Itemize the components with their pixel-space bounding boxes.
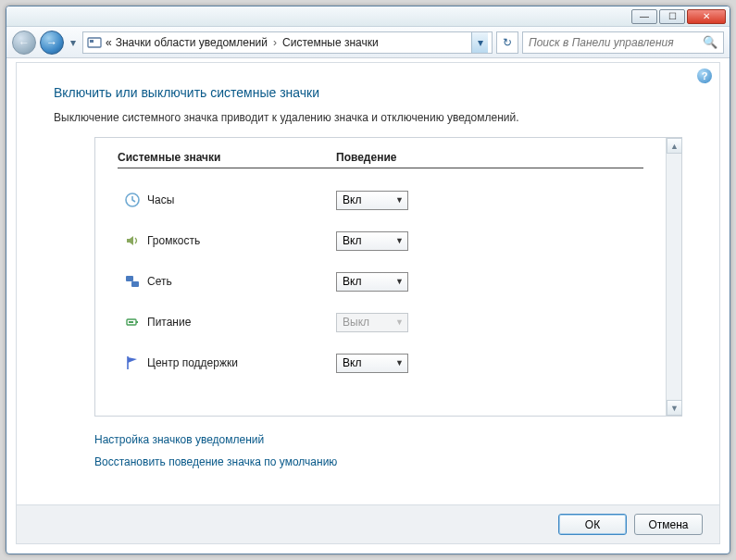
row-network: Сеть Вкл ▼ [118, 261, 643, 302]
row-power: Питание Выкл ▼ [118, 302, 643, 342]
row-power-label: Питание [147, 316, 336, 329]
svg-rect-4 [131, 281, 139, 287]
chevron-down-icon: ▼ [395, 317, 404, 327]
page-title: Включить или выключить системные значки [54, 85, 719, 100]
cancel-button[interactable]: Отмена [634, 514, 703, 535]
titlebar: — ☐ ✕ [6, 6, 730, 27]
back-button[interactable]: ← [12, 31, 36, 55]
help-icon[interactable]: ? [697, 68, 712, 83]
header-system-icons: Системные значки [118, 151, 336, 164]
address-bar[interactable]: « Значки области уведомлений › Системные… [82, 31, 493, 54]
svg-rect-6 [136, 321, 138, 323]
row-power-select: Выкл ▼ [336, 313, 408, 332]
row-clock-value: Вкл [343, 193, 361, 206]
breadcrumb-2[interactable]: Системные значки [282, 36, 379, 49]
search-box[interactable]: 🔍 [522, 31, 724, 54]
breadcrumb-1[interactable]: Значки области уведомлений [116, 36, 268, 49]
row-volume-select[interactable]: Вкл ▼ [336, 231, 408, 251]
content-area: ? Включить или выключить системные значк… [16, 62, 720, 544]
link-customize-icons[interactable]: Настройка значков уведомлений [94, 433, 719, 446]
row-action-value: Вкл [343, 356, 361, 369]
row-volume-value: Вкл [343, 234, 361, 247]
power-icon [118, 314, 147, 330]
clock-icon [118, 192, 147, 208]
row-action-label: Центр поддержки [147, 356, 336, 369]
close-button[interactable]: ✕ [687, 9, 726, 24]
row-network-label: Сеть [147, 275, 336, 288]
nav-bar: ← → ▾ « Значки области уведомлений › Сис… [6, 27, 730, 58]
row-action-center: Центр поддержки Вкл ▼ [118, 342, 643, 383]
scrollbar[interactable]: ▲ ▼ [666, 138, 681, 416]
minimize-button[interactable]: — [631, 9, 657, 24]
panel-inner: Системные значки Поведение Часы Вкл ▼ [95, 138, 666, 416]
control-panel-icon [87, 35, 102, 50]
breadcrumb-prefix: « [106, 36, 112, 49]
ok-button[interactable]: ОК [558, 514, 627, 535]
network-icon [118, 273, 147, 290]
svg-rect-7 [129, 321, 133, 323]
breadcrumb-sep-1: › [271, 36, 279, 49]
window: — ☐ ✕ ← → ▾ « Значки области уведомлений… [6, 6, 730, 554]
svg-rect-3 [126, 276, 133, 281]
row-power-value: Выкл [343, 316, 369, 329]
chevron-down-icon: ▼ [395, 236, 404, 245]
scroll-up-button[interactable]: ▲ [667, 138, 682, 154]
settings-panel: Системные значки Поведение Часы Вкл ▼ [94, 137, 682, 417]
scroll-down-button[interactable]: ▼ [667, 400, 682, 416]
flag-icon [118, 355, 147, 371]
row-network-value: Вкл [343, 275, 361, 288]
footer: ОК Отмена [17, 504, 719, 543]
column-headers: Системные значки Поведение [118, 151, 643, 168]
link-restore-defaults[interactable]: Восстановить поведение значка по умолчан… [94, 455, 719, 468]
search-icon[interactable]: 🔍 [703, 35, 717, 49]
volume-icon [118, 232, 147, 249]
header-behavior: Поведение [336, 151, 396, 164]
svg-rect-1 [90, 40, 94, 43]
links-section: Настройка значков уведомлений Восстанови… [94, 433, 719, 468]
maximize-button[interactable]: ☐ [659, 9, 685, 24]
history-dropdown[interactable]: ▾ [68, 31, 79, 55]
chevron-down-icon: ▼ [395, 358, 404, 367]
row-action-select[interactable]: Вкл ▼ [336, 354, 408, 373]
forward-button[interactable]: → [40, 31, 64, 55]
page-description: Выключение системного значка приводит к … [54, 111, 719, 124]
row-volume-label: Громкость [147, 234, 336, 247]
chevron-down-icon: ▼ [395, 195, 404, 205]
address-dropdown[interactable]: ▾ [471, 32, 488, 53]
row-clock-label: Часы [147, 193, 336, 206]
row-clock: Часы Вкл ▼ [118, 180, 643, 220]
search-input[interactable] [529, 36, 699, 49]
row-volume: Громкость Вкл ▼ [118, 220, 643, 261]
row-clock-select[interactable]: Вкл ▼ [336, 191, 408, 210]
chevron-down-icon: ▼ [395, 277, 404, 286]
refresh-button[interactable]: ↻ [496, 31, 518, 54]
row-network-select[interactable]: Вкл ▼ [336, 272, 408, 292]
